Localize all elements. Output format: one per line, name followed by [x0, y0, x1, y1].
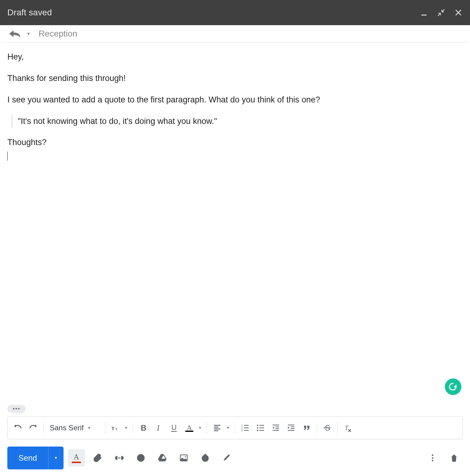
bulleted-list-button[interactable] — [253, 421, 268, 435]
formatting-toolbar: Sans Serif ▼ тт ▼ B I U A ▼ — [7, 416, 463, 439]
svg-point-38 — [137, 455, 144, 462]
text-color-dropdown[interactable]: ▼ — [196, 421, 204, 435]
separator — [337, 422, 337, 434]
recipients-field[interactable]: Reception — [36, 29, 77, 39]
show-trimmed-content-button[interactable]: ••• — [7, 405, 26, 413]
separator — [133, 422, 133, 434]
separator — [235, 422, 235, 434]
separator — [207, 422, 207, 434]
redo-button[interactable] — [26, 421, 40, 435]
svg-point-21 — [257, 430, 258, 431]
body-line1: Thanks for sending this through! — [7, 72, 463, 85]
minimize-icon[interactable] — [420, 8, 428, 17]
titlebar: Draft saved — [0, 0, 470, 25]
send-row: Send ▼ A — [0, 442, 470, 476]
body-line2: I see you wanted to add a quote to the f… — [7, 94, 463, 106]
undo-button[interactable] — [11, 421, 25, 435]
body-closing: Thoughts? — [7, 136, 463, 149]
indent-more-button[interactable] — [284, 421, 298, 435]
text-cursor — [7, 152, 8, 161]
separator — [317, 422, 317, 434]
exit-fullscreen-icon[interactable] — [437, 8, 445, 17]
reply-type-dropdown[interactable]: ▼ — [26, 31, 31, 36]
close-icon[interactable] — [454, 8, 463, 17]
text-color-button[interactable]: A — [182, 421, 196, 435]
grammarly-badge[interactable] — [445, 378, 461, 395]
svg-rect-0 — [421, 15, 426, 16]
window-title: Draft saved — [7, 8, 420, 17]
send-button[interactable]: Send — [7, 447, 48, 469]
svg-rect-44 — [204, 454, 206, 456]
reply-icon[interactable] — [9, 29, 21, 38]
formatting-options-button[interactable]: A — [68, 449, 85, 466]
numbered-list-button[interactable]: 123 — [238, 421, 252, 435]
insert-drive-button[interactable] — [154, 449, 171, 466]
color-underline — [72, 462, 81, 463]
svg-point-46 — [432, 457, 433, 459]
email-body[interactable]: Hey, Thanks for sending this through! I … — [0, 43, 470, 403]
svg-text:B: B — [141, 424, 147, 432]
align-dropdown[interactable]: ▼ — [224, 421, 232, 435]
svg-text:T: T — [345, 424, 349, 432]
compose-window: Draft saved ▼ Reception — [0, 0, 470, 476]
strikethrough-button[interactable]: S — [320, 421, 334, 435]
recipients-row[interactable]: ▼ Reception — [1, 25, 469, 43]
svg-point-42 — [185, 456, 186, 457]
font-size-button[interactable]: тт — [108, 421, 122, 435]
svg-text:т: т — [111, 425, 114, 432]
underline-button[interactable]: U — [167, 421, 181, 435]
color-swatch — [185, 431, 193, 432]
chevron-down-icon: ▼ — [87, 426, 91, 430]
body-quote: "It's not knowing what to do, it's doing… — [12, 115, 463, 128]
italic-button[interactable]: I — [152, 421, 166, 435]
svg-point-19 — [257, 425, 258, 426]
font-size-dropdown[interactable]: ▼ — [122, 421, 130, 435]
insert-link-button[interactable] — [111, 449, 128, 466]
quote-button[interactable] — [299, 421, 314, 435]
attach-file-button[interactable] — [89, 449, 106, 466]
bold-button[interactable]: B — [136, 421, 150, 435]
send-options-dropdown[interactable]: ▼ — [48, 447, 64, 469]
svg-point-45 — [432, 455, 433, 456]
insert-emoji-button[interactable] — [132, 449, 149, 466]
body-greeting: Hey, — [7, 51, 463, 63]
svg-point-20 — [257, 427, 258, 429]
insert-photo-button[interactable] — [175, 449, 192, 466]
confidential-mode-button[interactable] — [197, 449, 214, 466]
svg-rect-8 — [171, 431, 177, 432]
separator — [105, 422, 105, 434]
font-name: Sans Serif — [50, 424, 84, 432]
titlebar-controls — [420, 8, 463, 17]
remove-formatting-button[interactable]: T — [341, 421, 355, 435]
more-options-button[interactable] — [424, 449, 441, 466]
discard-draft-button[interactable] — [445, 449, 463, 466]
font-family-select[interactable]: Sans Serif ▼ — [47, 424, 102, 432]
svg-text:I: I — [156, 424, 160, 432]
insert-signature-button[interactable] — [218, 449, 235, 466]
svg-point-39 — [139, 457, 140, 458]
svg-text:U: U — [171, 424, 177, 432]
svg-point-40 — [141, 457, 142, 458]
separator — [43, 422, 44, 434]
align-button[interactable] — [210, 421, 224, 435]
svg-text:3: 3 — [241, 429, 243, 432]
send-button-group: Send ▼ — [7, 447, 64, 469]
svg-text:т: т — [115, 427, 117, 431]
indent-less-button[interactable] — [269, 421, 283, 435]
svg-point-47 — [432, 460, 433, 461]
